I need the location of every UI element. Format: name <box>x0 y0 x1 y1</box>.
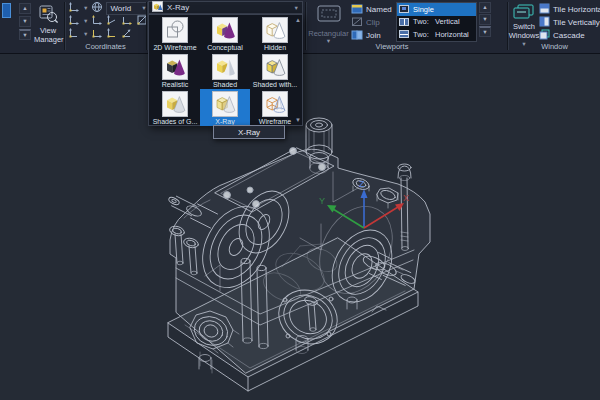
view-thumbnail-selected[interactable] <box>2 3 11 18</box>
views-scroll-up-button[interactable]: ▲ <box>19 3 31 14</box>
ucs-tool-icon[interactable] <box>106 14 118 28</box>
ucs-dropdown-arrow[interactable]: ▼ <box>83 5 88 11</box>
single-viewport-icon <box>399 5 409 13</box>
style-conceptual-icon <box>212 17 238 43</box>
join-viewports-button[interactable]: Join <box>351 29 381 41</box>
viewports-panel: Rectangular ▼ Named Clip Join Single <box>307 0 505 52</box>
switch-windows-icon <box>512 6 536 23</box>
style-tile-realistic[interactable]: Realistic <box>150 52 200 89</box>
style-tile-hidden[interactable]: Hidden <box>250 15 300 52</box>
ucs-tool-dropdown-arrow[interactable]: ▼ <box>83 31 88 37</box>
style-label: Shaded with... <box>253 81 297 88</box>
style-tile-x-ray[interactable]: X-Ray <box>200 89 250 126</box>
ucs-tool-icon[interactable] <box>68 27 80 41</box>
style-label: X-Ray <box>215 118 234 125</box>
ucs-tool-icon[interactable] <box>121 27 133 41</box>
tile-vertical-icon <box>539 16 550 29</box>
style-label: 2D Wireframe <box>153 44 196 51</box>
clip-viewport-icon <box>351 16 363 29</box>
style-shaded-icon <box>212 54 238 80</box>
window-panel: Switch Windows ▼ Tile Horizontally Tile … <box>509 0 600 52</box>
panel-separator <box>305 2 306 50</box>
tile-horizontally-label: Tile Horizontally <box>553 5 600 14</box>
viewport-config-two-horizontal[interactable]: Two: Horizontal <box>397 28 476 41</box>
switch-windows-button[interactable]: Switch Windows ▼ <box>510 2 538 44</box>
tile-vertically-label: Tile Vertically <box>553 18 600 27</box>
style-tile-wireframe[interactable]: Wireframe <box>250 89 300 126</box>
ucs-tool-icon[interactable] <box>106 27 118 41</box>
ucs-tool-icon[interactable] <box>91 14 103 28</box>
views-gallery-expand-button[interactable]: ▼ <box>19 29 31 40</box>
world-combo[interactable]: World ▼ <box>106 2 150 15</box>
clip-viewport-label: Clip <box>366 18 380 27</box>
named-viewports-button[interactable]: Named <box>351 3 392 15</box>
viewport-config-single[interactable]: Single <box>397 3 476 16</box>
visual-style-combo[interactable]: X-Ray ▼ <box>148 1 303 14</box>
visual-style-combo-value: X-Ray <box>167 3 189 12</box>
config-prefix: Two: <box>413 30 431 39</box>
gallery-scroll-up[interactable]: ▲ <box>295 17 301 23</box>
world-combo-value: World <box>110 4 131 13</box>
viewport-list-scroll-down[interactable]: ▼ <box>479 14 491 25</box>
viewport-configuration-list: Single Two: Vertical Two: Horizontal <box>396 2 477 42</box>
coordinates-panel-label: Coordinates <box>66 42 145 51</box>
panel-separator <box>146 2 147 50</box>
viewport-list-expand[interactable]: ▼ <box>479 26 491 37</box>
style-tile-shaded-with-edges[interactable]: Shaded with... <box>250 52 300 89</box>
view-manager-label-2: Manager <box>34 36 62 45</box>
ucs-world-icon[interactable] <box>91 1 103 15</box>
rectangular-viewport-icon <box>316 10 342 27</box>
config-label: Horizontal <box>435 30 469 39</box>
clip-viewport-button[interactable]: Clip <box>351 16 380 28</box>
ucs-tool-icon[interactable] <box>91 27 103 41</box>
gallery-expand[interactable]: ▼ <box>295 117 301 123</box>
visual-style-combo-arrow: ▼ <box>294 5 299 11</box>
join-viewports-label: Join <box>366 31 381 40</box>
style-wireframe-icon <box>262 91 288 117</box>
style-tile-shaded[interactable]: Shaded <box>200 52 250 89</box>
viewport-config-two-vertical[interactable]: Two: Vertical <box>397 16 476 29</box>
style-shaded-with-edges-icon <box>262 54 288 80</box>
style-label: Shades of G... <box>153 118 198 125</box>
view-manager-button[interactable]: View Manager <box>34 2 62 50</box>
view-manager-icon <box>38 4 58 28</box>
panel-separator <box>64 2 65 50</box>
style-label: Wireframe <box>259 118 291 125</box>
named-viewports-label: Named <box>366 5 392 14</box>
window-panel-label: Window <box>509 42 600 51</box>
config-label: Single <box>413 5 434 14</box>
two-vertical-icon <box>399 18 409 26</box>
style-shades-of-gray-icon <box>162 91 188 117</box>
ucs-icon[interactable] <box>68 1 80 15</box>
style-realistic-icon <box>162 54 188 80</box>
style-tooltip-text: X-Ray <box>238 128 260 137</box>
tile-horizontal-icon <box>539 3 550 16</box>
ucs-tool-icon[interactable] <box>68 14 80 28</box>
style-tile-conceptual[interactable]: Conceptual <box>200 15 250 52</box>
autocad-window: Z Y X ▲ ▼ ▼ View Manager <box>0 0 600 400</box>
viewports-panel-label: Viewports <box>307 42 477 51</box>
style-label: Conceptual <box>207 44 242 51</box>
style-tooltip: X-Ray <box>213 125 285 139</box>
style-tile-shades-of-gray[interactable]: Shades of G... <box>150 89 200 126</box>
tile-vertically-button[interactable]: Tile Vertically <box>539 16 600 28</box>
ucs-tool-dropdown-arrow[interactable]: ▼ <box>83 18 88 24</box>
style-x-ray-icon <box>212 91 238 117</box>
ucs-tool-icon[interactable] <box>121 14 133 28</box>
style-label: Hidden <box>264 44 286 51</box>
views-scroll-down-button[interactable]: ▼ <box>19 16 31 27</box>
visual-style-combo-icon <box>152 1 163 14</box>
cascade-button[interactable]: Cascade <box>539 29 585 41</box>
tile-horizontally-button[interactable]: Tile Horizontally <box>539 3 600 15</box>
two-horizontal-icon <box>399 30 409 38</box>
viewport-list-scroll-up[interactable]: ▲ <box>479 2 491 13</box>
rectangular-viewport-button[interactable]: Rectangular ▼ <box>308 2 349 44</box>
config-label: Vertical <box>435 17 460 26</box>
style-label: Realistic <box>162 81 188 88</box>
view-manager-panel: View Manager <box>32 0 64 52</box>
cascade-label: Cascade <box>553 31 585 40</box>
style-tile-2d-wireframe[interactable]: 2D Wireframe <box>150 15 200 52</box>
style-label: Shaded <box>213 81 237 88</box>
named-viewports-icon <box>351 3 363 16</box>
views-panel-partial: ▲ ▼ ▼ <box>0 0 32 52</box>
